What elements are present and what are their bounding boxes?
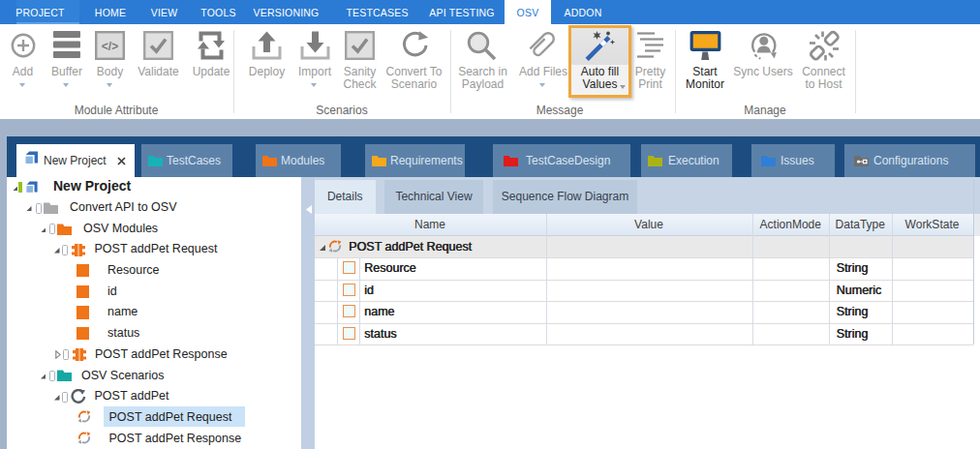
svg-text:</>: </> bbox=[102, 40, 118, 53]
